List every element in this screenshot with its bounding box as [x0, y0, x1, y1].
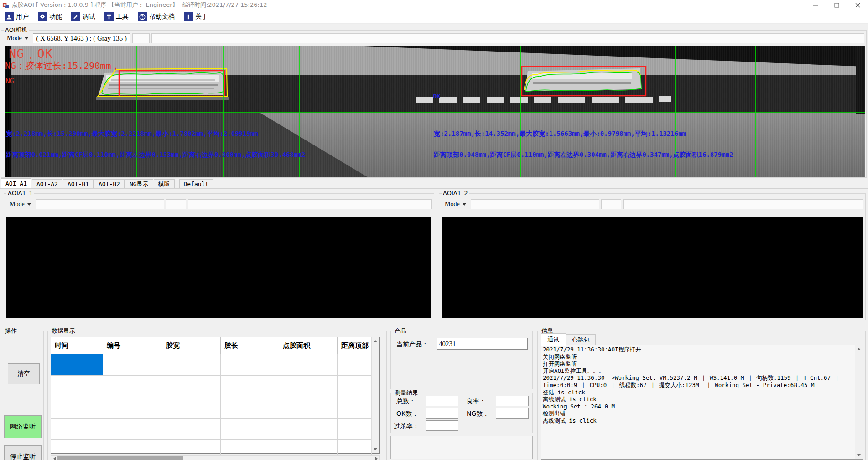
operations-group: 操作 清空 网络监听 停止监听 — [1, 331, 44, 460]
subview-right-readout-3 — [623, 199, 863, 209]
camera-view[interactable]: NG，OK NG：胶体过长:15.290mm， NG OK 宽:2.218mm,… — [5, 46, 865, 177]
log-output[interactable]: 2021/7/29 11:36:30:AOI程序打开 关闭网络监听 打开网络监听… — [541, 345, 863, 460]
scroll-up-button[interactable] — [855, 345, 863, 353]
tab-aoi-a1[interactable]: AOI-A1 — [1, 178, 31, 188]
current-product-input[interactable] — [437, 338, 528, 350]
table-cell[interactable] — [51, 419, 103, 439]
overkill-value-box — [426, 420, 458, 431]
ok-flag-text: OK — [433, 93, 441, 100]
toolbar-label: 功能 — [49, 13, 62, 21]
table-cell[interactable] — [279, 354, 338, 375]
maximize-button[interactable] — [826, 0, 847, 10]
stop-listen-button[interactable]: 停止监听 — [4, 445, 42, 460]
mode-label: Mode — [7, 35, 22, 42]
camera-readout-wide — [151, 33, 864, 43]
table-cell[interactable] — [103, 419, 162, 439]
window-controls — [805, 0, 868, 10]
gear-icon — [38, 12, 47, 21]
mode-label: Mode — [445, 201, 460, 208]
table-cell[interactable] — [103, 354, 162, 375]
camera-mode-dropdown[interactable]: Mode — [4, 33, 31, 43]
network-listen-button[interactable]: 网络监听 — [4, 415, 42, 438]
info-tab-heartbeat[interactable]: 心跳包 — [566, 334, 596, 346]
camera-readout-small — [132, 33, 150, 43]
toolbar-item-user[interactable]: 用户 — [4, 12, 30, 22]
toolbar-item-tools[interactable]: 工具 — [104, 12, 130, 22]
table-cell[interactable] — [338, 376, 372, 397]
tab-aoi-a2[interactable]: AOI-A2 — [32, 179, 62, 188]
table-cell[interactable] — [221, 397, 279, 418]
chevron-down-icon — [27, 203, 31, 206]
log-vertical-scrollbar[interactable] — [855, 345, 863, 459]
chevron-down-icon — [25, 37, 28, 40]
info-tab-comm[interactable]: 通讯 — [541, 333, 566, 346]
table-cell-selected[interactable] — [51, 354, 103, 375]
ng-count-value-box — [496, 408, 529, 419]
scroll-right-button[interactable] — [373, 456, 379, 460]
log-line: 离线测试 is click — [543, 396, 861, 403]
toolbar-item-debug[interactable]: 调试 — [70, 12, 96, 22]
subview-right-mode-row: Mode — [442, 199, 863, 209]
total-value-box — [426, 396, 458, 406]
table-horizontal-scrollbar[interactable] — [51, 455, 380, 460]
camera-group: AOI相机 Mode ( X 6568, Y 1463 ) : ( Gray 1… — [1, 30, 867, 178]
toolbar-item-help[interactable]: 帮助文档 — [137, 12, 176, 22]
log-line: Working Set : 264.0 M — [543, 403, 861, 410]
table-cell[interactable] — [162, 354, 221, 375]
tab-template[interactable]: 模版 — [154, 179, 175, 188]
table-cell[interactable] — [221, 354, 279, 375]
subview-left-mode-dropdown[interactable]: Mode — [7, 199, 34, 209]
table-cell[interactable] — [103, 376, 162, 397]
table-cell[interactable] — [51, 397, 103, 418]
log-line: 2021/7/29 11:36:30:AOI程序打开 — [543, 346, 861, 353]
results-group-label: 测量结果 — [393, 389, 420, 397]
clear-button[interactable]: 清空 — [8, 363, 40, 384]
table-row — [51, 397, 379, 419]
table-cell[interactable] — [221, 376, 279, 397]
table-vertical-scrollbar[interactable] — [371, 337, 379, 453]
scroll-left-button[interactable] — [51, 456, 57, 460]
table-cell[interactable] — [279, 419, 338, 439]
scrollbar-thumb[interactable] — [57, 456, 183, 460]
tab-aoi-b1[interactable]: AOI-B1 — [63, 179, 94, 188]
tab-ng-display[interactable]: NG显示 — [125, 179, 153, 188]
column-header-top-distance[interactable]: 距离顶部 — [338, 337, 372, 354]
table-cell[interactable] — [162, 397, 221, 418]
tab-aoi-b2[interactable]: AOI-B2 — [94, 179, 125, 188]
column-header-glue-length[interactable]: 胶长 — [221, 337, 279, 354]
column-header-time[interactable]: 时间 — [51, 337, 103, 354]
column-header-glue-area[interactable]: 点胶面积 — [279, 337, 338, 354]
toolbar-item-about[interactable]: 关于 — [183, 12, 209, 22]
table-cell[interactable] — [279, 397, 338, 418]
operations-group-label: 操作 — [4, 327, 18, 335]
user-icon — [5, 12, 14, 21]
table-cell[interactable] — [221, 419, 279, 439]
subview-left-image[interactable] — [6, 217, 431, 318]
subview-right-mode-dropdown[interactable]: Mode — [442, 199, 469, 209]
data-display-group: 数据显示 时间 编号 胶宽 胶长 点胶面积 距离顶部 — [47, 331, 387, 460]
minimize-button[interactable] — [805, 0, 826, 10]
toolbar-item-function[interactable]: 功能 — [37, 12, 63, 22]
column-header-glue-width[interactable]: 胶宽 — [162, 337, 221, 354]
mode-label: Mode — [10, 201, 25, 208]
table-cell[interactable] — [279, 376, 338, 397]
scroll-down-button[interactable] — [372, 445, 379, 453]
wrench-icon — [71, 12, 80, 21]
table-cell[interactable] — [338, 419, 372, 439]
ok-count-label: OK数： — [396, 410, 418, 418]
subview-right-image[interactable] — [442, 217, 863, 318]
table-cell[interactable] — [338, 397, 372, 418]
log-line: 2021/7/29 11:36:30——>Working Set: VM:523… — [543, 374, 861, 382]
table-cell[interactable] — [103, 397, 162, 418]
table-cell[interactable] — [162, 376, 221, 397]
log-line: 检测出错 — [543, 410, 861, 417]
close-button[interactable] — [847, 0, 868, 10]
arrow-right-icon — [375, 457, 378, 460]
scroll-down-button[interactable] — [855, 451, 863, 459]
table-cell[interactable] — [338, 354, 372, 375]
table-cell[interactable] — [162, 419, 221, 439]
table-cell[interactable] — [51, 376, 103, 397]
tab-default[interactable]: Default — [179, 179, 213, 188]
column-header-id[interactable]: 编号 — [103, 337, 162, 354]
scroll-up-button[interactable] — [372, 337, 379, 345]
